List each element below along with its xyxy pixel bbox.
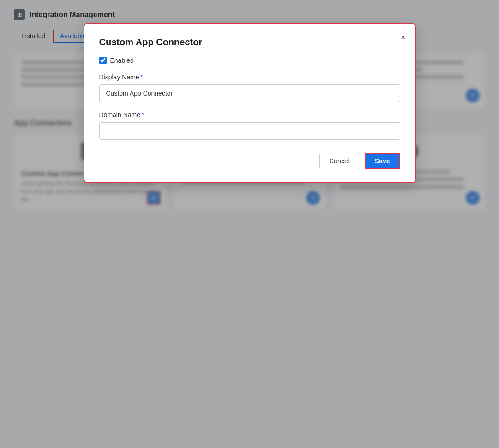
domain-name-input[interactable] <box>99 122 400 140</box>
domain-name-label: Domain Name* <box>99 111 400 119</box>
display-name-input[interactable] <box>99 84 400 102</box>
modal-close-button[interactable]: × <box>401 33 406 42</box>
modal-footer: Cancel Save <box>99 153 400 169</box>
display-name-label: Display Name* <box>99 73 400 81</box>
modal-overlay: × Custom App Connector Enabled Display N… <box>0 0 499 448</box>
custom-app-connector-modal: × Custom App Connector Enabled Display N… <box>84 23 416 183</box>
domain-name-required-star: * <box>141 111 144 119</box>
enabled-checkbox-row: Enabled <box>99 57 400 64</box>
display-name-required-star: * <box>140 73 143 81</box>
cancel-button[interactable]: Cancel <box>319 153 359 169</box>
enabled-checkbox[interactable] <box>99 57 107 64</box>
enabled-label[interactable]: Enabled <box>110 57 134 64</box>
save-button[interactable]: Save <box>365 153 400 169</box>
modal-title: Custom App Connector <box>99 37 400 48</box>
